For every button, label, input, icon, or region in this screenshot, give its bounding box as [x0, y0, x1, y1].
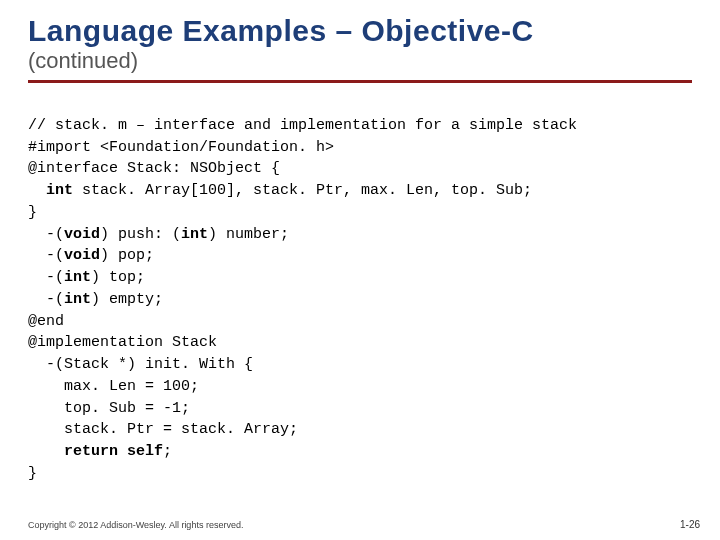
code-line: -(int) top; [28, 269, 145, 286]
code-text: ) top; [91, 269, 145, 286]
slide-title: Language Examples – Objective-C [28, 14, 692, 48]
code-line: // stack. m – interface and implementati… [28, 117, 577, 134]
code-line: } [28, 465, 37, 482]
code-block: // stack. m – interface and implementati… [28, 93, 692, 485]
copyright-footer: Copyright © 2012 Addison-Wesley. All rig… [28, 520, 243, 530]
title-rule [28, 80, 692, 83]
code-indent [28, 182, 46, 199]
code-line: -(Stack *) init. With { [28, 356, 253, 373]
code-line: } [28, 204, 37, 221]
code-text: ) empty; [91, 291, 163, 308]
code-indent: -( [28, 247, 64, 264]
code-indent: -( [28, 269, 64, 286]
code-text: ) number; [208, 226, 289, 243]
code-line: -(void) push: (int) number; [28, 226, 289, 243]
code-line: return self; [28, 443, 172, 460]
keyword: int [46, 182, 73, 199]
code-text: ) push: ( [100, 226, 181, 243]
code-line: -(int) empty; [28, 291, 163, 308]
keyword: void [64, 247, 100, 264]
keyword: int [64, 269, 91, 286]
slide-subtitle: (continued) [28, 48, 692, 74]
keyword: return self [64, 443, 163, 460]
slide-container: Language Examples – Objective-C (continu… [0, 0, 720, 540]
code-text: stack. Array[100], stack. Ptr, max. Len,… [73, 182, 532, 199]
code-line: stack. Ptr = stack. Array; [28, 421, 298, 438]
code-indent [28, 443, 64, 460]
code-text: ) pop; [100, 247, 154, 264]
keyword: int [64, 291, 91, 308]
code-line: -(void) pop; [28, 247, 154, 264]
code-line: max. Len = 100; [28, 378, 199, 395]
code-line: top. Sub = -1; [28, 400, 190, 417]
code-text: ; [163, 443, 172, 460]
code-line: #import <Foundation/Foundation. h> [28, 139, 334, 156]
keyword: void [64, 226, 100, 243]
page-number: 1-26 [680, 519, 700, 530]
code-indent: -( [28, 226, 64, 243]
code-line: @end [28, 313, 64, 330]
code-line: @implementation Stack [28, 334, 217, 351]
code-indent: -( [28, 291, 64, 308]
code-line: int stack. Array[100], stack. Ptr, max. … [28, 182, 532, 199]
code-line: @interface Stack: NSObject { [28, 160, 280, 177]
keyword: int [181, 226, 208, 243]
